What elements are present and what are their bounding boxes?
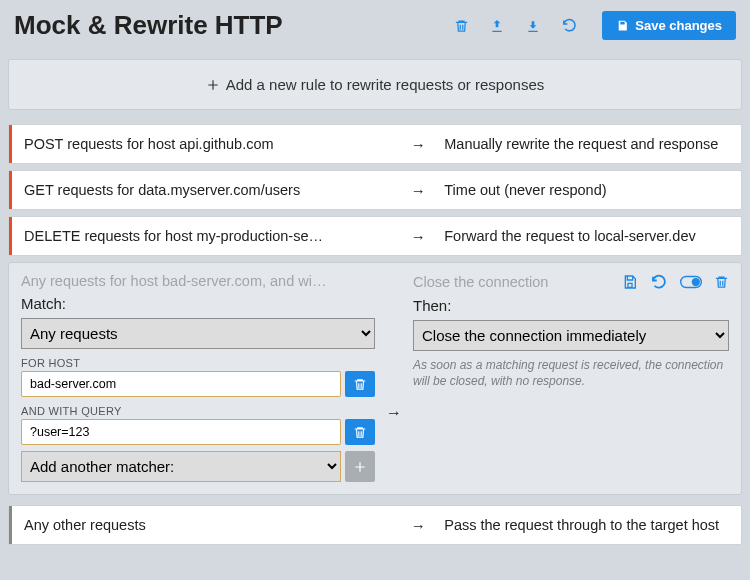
match-label: Match: <box>21 295 375 312</box>
save-rule-icon[interactable] <box>622 274 638 290</box>
then-label: Then: <box>413 297 729 314</box>
with-query-label: AND WITH QUERY <box>21 405 375 417</box>
default-rule-row[interactable]: Any other requests → Pass the request th… <box>8 505 742 545</box>
save-button[interactable]: Save changes <box>602 11 736 40</box>
match-type-select[interactable]: Any requests <box>21 318 375 349</box>
add-rule-button[interactable]: Add a new rule to rewrite requests or re… <box>8 59 742 110</box>
delete-rule-icon[interactable] <box>714 274 729 290</box>
undo-icon[interactable] <box>560 17 578 35</box>
delete-all-icon[interactable] <box>452 17 470 35</box>
plus-icon <box>206 78 220 92</box>
add-rule-label: Add a new rule to rewrite requests or re… <box>226 76 545 93</box>
svg-point-1 <box>692 278 700 286</box>
add-matcher-button[interactable] <box>345 451 375 482</box>
toggle-rule-icon[interactable] <box>680 275 702 289</box>
then-action-select[interactable]: Close the connection immediately <box>413 320 729 351</box>
editor-summary-right: Close the connection <box>413 274 622 290</box>
rule-action: Pass the request through to the target h… <box>432 506 741 544</box>
rule-action: Manually rewrite the request and respons… <box>432 125 741 163</box>
for-host-label: FOR HOST <box>21 357 375 369</box>
rule-match: Any other requests <box>9 506 404 544</box>
delete-host-button[interactable] <box>345 371 375 397</box>
host-input[interactable] <box>21 371 341 397</box>
page-title: Mock & Rewrite HTTP <box>14 10 452 41</box>
import-icon[interactable] <box>524 17 542 35</box>
query-input[interactable] <box>21 419 341 445</box>
then-hint: As soon as a matching request is receive… <box>413 357 729 389</box>
arrow-icon: → <box>404 217 432 255</box>
rule-match: DELETE requests for host my-production-s… <box>9 217 404 255</box>
revert-rule-icon[interactable] <box>650 273 668 291</box>
rule-match: GET requests for data.myserver.com/users <box>9 171 404 209</box>
rule-match: POST requests for host api.github.com <box>9 125 404 163</box>
editor-summary-left: Any requests for host bad-server.com, an… <box>21 273 375 289</box>
rule-row[interactable]: DELETE requests for host my-production-s… <box>8 216 742 256</box>
arrow-icon: → <box>404 506 432 544</box>
arrow-icon: → <box>383 343 405 482</box>
rule-editor: Any requests for host bad-server.com, an… <box>8 262 742 495</box>
rule-row[interactable]: GET requests for data.myserver.com/users… <box>8 170 742 210</box>
save-button-label: Save changes <box>635 18 722 33</box>
add-matcher-select[interactable]: Add another matcher: <box>21 451 341 482</box>
arrow-icon: → <box>404 125 432 163</box>
arrow-icon: → <box>404 171 432 209</box>
rule-action: Time out (never respond) <box>432 171 741 209</box>
rule-row[interactable]: POST requests for host api.github.com → … <box>8 124 742 164</box>
export-icon[interactable] <box>488 17 506 35</box>
rule-action: Forward the request to local-server.dev <box>432 217 741 255</box>
delete-query-button[interactable] <box>345 419 375 445</box>
